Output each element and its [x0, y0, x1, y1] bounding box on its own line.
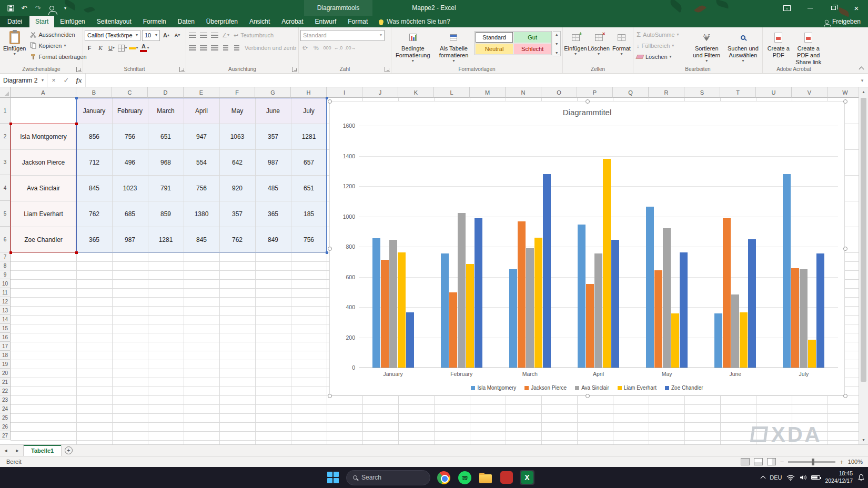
column-header-P[interactable]: P — [577, 87, 613, 98]
gallery-down-icon[interactable]: ▼ — [555, 42, 559, 46]
chart-selection-handle[interactable] — [328, 99, 332, 104]
chart-bar[interactable] — [458, 213, 466, 368]
row-header-3[interactable]: 3 — [0, 149, 11, 175]
tab-einf-gen[interactable]: Einfügen — [54, 16, 90, 27]
cell[interactable]: 496 — [112, 149, 148, 175]
collapse-ribbon-icon[interactable] — [859, 66, 864, 70]
cell[interactable]: 756 — [184, 175, 219, 201]
cell[interactable]: 651 — [148, 124, 184, 149]
excel-taskbar-icon[interactable]: X — [520, 470, 534, 485]
chart-bar[interactable] — [594, 253, 602, 368]
chart-bar[interactable] — [475, 218, 482, 368]
range-handle[interactable] — [9, 123, 12, 125]
dialog-launcher-icon[interactable] — [76, 67, 82, 72]
decrease-indent-icon[interactable] — [221, 43, 230, 54]
tray-expand-icon[interactable] — [761, 476, 766, 481]
range-handle[interactable] — [326, 97, 328, 99]
align-right-icon[interactable] — [210, 43, 219, 54]
cell[interactable]: Liam Everhart — [11, 201, 76, 227]
battery-icon[interactable] — [811, 475, 820, 480]
row-header-11[interactable]: 11 — [0, 288, 11, 297]
row-header-23[interactable]: 23 — [0, 395, 11, 404]
align-center-icon[interactable] — [199, 43, 208, 54]
tab-seitenlayout[interactable]: Seitenlayout — [91, 16, 137, 27]
merge-center-button[interactable]: Verbinden und zentrieren▾ — [243, 43, 297, 54]
chart-selection-handle[interactable] — [328, 394, 332, 398]
cell[interactable]: 987 — [255, 149, 291, 175]
chart-bar[interactable] — [731, 294, 739, 368]
cell[interactable]: April — [184, 98, 219, 124]
column-header-Q[interactable]: Q — [613, 87, 649, 98]
range-handle[interactable] — [75, 97, 78, 99]
cell[interactable]: February — [112, 98, 148, 124]
fill-button[interactable]: ↓Füllbereich▾ — [635, 40, 688, 51]
cell[interactable]: 987 — [112, 227, 148, 252]
restore-button[interactable] — [822, 0, 845, 16]
copy-button[interactable]: Kopieren ▾ — [28, 40, 88, 51]
conditional-formatting-button[interactable]: Bedingte Formatierung ▾ — [393, 29, 433, 66]
cell[interactable]: Ava Sinclair — [11, 175, 76, 201]
cell[interactable]: 657 — [291, 149, 327, 175]
format-cells-button[interactable]: Format ▾ — [611, 29, 632, 66]
column-header-H[interactable]: H — [291, 87, 327, 98]
chart-bar[interactable] — [518, 221, 526, 368]
cell[interactable]: 845 — [184, 227, 219, 252]
align-left-icon[interactable] — [188, 43, 197, 54]
cell[interactable]: June — [255, 98, 291, 124]
cell[interactable]: March — [148, 98, 184, 124]
decrease-font-size-icon[interactable]: A▾ — [173, 30, 182, 41]
column-header-R[interactable]: R — [649, 87, 684, 98]
font-name-select[interactable]: Calibri (Textkörpe ▾ — [85, 30, 140, 41]
cell[interactable]: 642 — [219, 149, 255, 175]
chart-bar[interactable] — [748, 239, 756, 368]
orientation-icon[interactable]: ∠▾ — [221, 30, 230, 41]
chart-bar[interactable] — [783, 174, 791, 368]
cell[interactable]: 849 — [255, 227, 291, 252]
spotify-icon[interactable] — [457, 470, 472, 485]
zoom-thumb[interactable] — [812, 459, 814, 465]
cell[interactable]: July — [291, 98, 327, 124]
cell[interactable]: January — [76, 98, 112, 124]
tab-entwurf[interactable]: Entwurf — [309, 16, 342, 27]
row-header-5[interactable]: 5 — [0, 201, 11, 227]
cell[interactable]: 712 — [76, 149, 112, 175]
row-header-25[interactable]: 25 — [0, 413, 11, 422]
chart-legend[interactable]: Isla MontgomeryJackson PierceAva Sinclai… — [330, 385, 844, 391]
share-button[interactable]: Freigeben — [817, 16, 868, 27]
row-header-13[interactable]: 13 — [0, 306, 11, 315]
chart-bar[interactable] — [740, 312, 748, 368]
cell[interactable]: 485 — [255, 175, 291, 201]
chart-bar[interactable] — [646, 207, 654, 368]
tell-me[interactable]: Was möchten Sie tun? — [374, 16, 455, 27]
tab-datei[interactable]: Datei — [0, 16, 29, 27]
speaker-icon[interactable] — [800, 474, 806, 481]
chart-bar[interactable] — [578, 225, 586, 368]
accounting-format-icon[interactable]: €▾ — [300, 43, 310, 54]
chart[interactable]: Diagrammtitel JanuaryFebruaryMarchAprilM… — [329, 101, 845, 395]
cell[interactable]: 1063 — [219, 124, 255, 149]
chart-bar[interactable] — [381, 260, 389, 368]
clear-button[interactable]: Löschen▾ — [635, 51, 688, 62]
comma-style-icon[interactable]: 000 — [322, 43, 332, 54]
tab-acrobat[interactable]: Acrobat — [276, 16, 309, 27]
chart-bar[interactable] — [663, 228, 671, 368]
increase-font-size-icon[interactable]: A▴ — [162, 30, 171, 41]
cell[interactable]: 1380 — [184, 201, 219, 227]
redo-icon[interactable]: ↷ — [32, 2, 44, 14]
fill-color-button[interactable]: ▾ — [129, 43, 138, 54]
sort-filter-button[interactable]: A↓Z Sortieren und Filtern ▾ — [689, 29, 724, 66]
align-middle-icon[interactable] — [199, 30, 208, 41]
tab--berpr-fen[interactable]: Überprüfen — [200, 16, 244, 27]
cell[interactable]: 554 — [184, 149, 219, 175]
row-header-1[interactable]: 1 — [0, 98, 11, 124]
increase-indent-icon[interactable] — [232, 43, 241, 54]
style-standard[interactable]: Standard — [475, 32, 513, 43]
customize-quick-access-icon[interactable]: ▾ — [59, 2, 72, 14]
cell[interactable]: 756 — [112, 124, 148, 149]
chart-bar[interactable] — [680, 252, 688, 368]
gallery-up-icon[interactable]: ▲ — [555, 33, 559, 36]
cell[interactable]: 685 — [112, 201, 148, 227]
insert-cells-button[interactable]: + Einfügen ▾ — [564, 29, 587, 66]
chart-bar[interactable] — [800, 269, 808, 368]
chart-bar[interactable] — [671, 313, 679, 368]
